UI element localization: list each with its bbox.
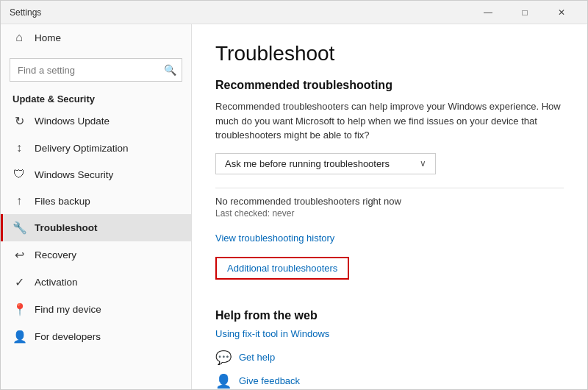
sidebar-item-activation[interactable]: ✓ Activation bbox=[1, 269, 191, 296]
sidebar-item-home-label: Home bbox=[35, 32, 61, 43]
get-help-link[interactable]: Get help bbox=[239, 352, 275, 363]
give-feedback-link[interactable]: Give feedback bbox=[239, 375, 300, 386]
sidebar-item-activation-label: Activation bbox=[35, 277, 78, 288]
divider bbox=[215, 188, 564, 188]
for-developers-icon: 👤 bbox=[12, 330, 26, 344]
main-content: Troubleshoot Recommended troubleshooting… bbox=[192, 24, 587, 389]
dropdown-label: Ask me before running troubleshooters bbox=[225, 158, 390, 169]
sidebar-search-container: 🔍 bbox=[10, 58, 182, 82]
windows-update-icon: ↻ bbox=[12, 114, 26, 128]
sidebar-item-for-developers-label: For developers bbox=[35, 331, 101, 342]
files-backup-icon: ↑ bbox=[12, 194, 26, 208]
view-history-link[interactable]: View troubleshooting history bbox=[215, 233, 334, 244]
sidebar-item-windows-update-label: Windows Update bbox=[35, 116, 110, 127]
sidebar-item-files-backup[interactable]: ↑ Files backup bbox=[1, 188, 191, 214]
recovery-icon: ↩ bbox=[12, 248, 26, 262]
content-area: ⌂ Home 🔍 Update & Security ↻ Windows Upd… bbox=[1, 24, 587, 389]
sidebar-item-windows-security[interactable]: 🛡 Windows Security bbox=[1, 161, 191, 188]
window-title: Settings bbox=[10, 7, 41, 18]
settings-window: Settings — □ ✕ ⌂ Home 🔍 Update & Securit… bbox=[0, 0, 588, 390]
titlebar: Settings — □ ✕ bbox=[1, 1, 587, 24]
search-icon: 🔍 bbox=[164, 64, 176, 76]
status-text: No recommended troubleshooters right now bbox=[215, 196, 564, 207]
troubleshoot-icon: 🔧 bbox=[12, 221, 26, 235]
sidebar: ⌂ Home 🔍 Update & Security ↻ Windows Upd… bbox=[1, 24, 192, 389]
sidebar-item-home[interactable]: ⌂ Home bbox=[1, 24, 191, 51]
delivery-optimization-icon: ↕ bbox=[12, 141, 26, 155]
give-feedback-item: 👤 Give feedback bbox=[215, 373, 564, 389]
minimize-button[interactable]: — bbox=[471, 1, 505, 24]
help-section-heading: Help from the web bbox=[215, 309, 564, 322]
recommended-section-desc: Recommended troubleshooters can help imp… bbox=[215, 99, 564, 143]
sidebar-item-troubleshoot[interactable]: 🔧 Troubleshoot bbox=[1, 214, 191, 241]
additional-troubleshooters-link[interactable]: Additional troubleshooters bbox=[215, 257, 349, 280]
sidebar-item-recovery-label: Recovery bbox=[35, 249, 76, 260]
find-my-device-icon: 📍 bbox=[12, 302, 26, 316]
sidebar-item-delivery-optimization-label: Delivery Optimization bbox=[35, 143, 129, 154]
recommended-section-heading: Recommended troubleshooting bbox=[215, 79, 564, 92]
activation-icon: ✓ bbox=[12, 275, 26, 289]
sidebar-item-windows-security-label: Windows Security bbox=[35, 169, 113, 180]
sidebar-item-for-developers[interactable]: 👤 For developers bbox=[1, 323, 191, 350]
web-help-link[interactable]: Using fix-it tool in Windows bbox=[215, 328, 564, 339]
search-input[interactable] bbox=[10, 58, 182, 82]
sidebar-section-header: Update & Security bbox=[1, 89, 191, 107]
last-checked-text: Last checked: never bbox=[215, 208, 564, 219]
chevron-down-icon: ∨ bbox=[420, 158, 426, 169]
close-button[interactable]: ✕ bbox=[545, 1, 578, 24]
give-feedback-icon: 👤 bbox=[215, 373, 232, 389]
get-help-icon: 💬 bbox=[215, 350, 232, 366]
sidebar-item-recovery[interactable]: ↩ Recovery bbox=[1, 241, 191, 269]
windows-security-icon: 🛡 bbox=[12, 168, 26, 181]
get-help-item: 💬 Get help bbox=[215, 350, 564, 366]
window-controls: — □ ✕ bbox=[471, 1, 578, 24]
sidebar-item-find-my-device-label: Find my device bbox=[35, 304, 101, 315]
troubleshooter-dropdown[interactable]: Ask me before running troubleshooters ∨ bbox=[215, 153, 436, 174]
page-title: Troubleshoot bbox=[215, 42, 564, 65]
home-icon: ⌂ bbox=[12, 31, 26, 44]
sidebar-item-files-backup-label: Files backup bbox=[35, 196, 90, 207]
sidebar-item-windows-update[interactable]: ↻ Windows Update bbox=[1, 107, 191, 135]
sidebar-item-find-my-device[interactable]: 📍 Find my device bbox=[1, 296, 191, 323]
maximize-button[interactable]: □ bbox=[508, 1, 542, 24]
sidebar-item-delivery-optimization[interactable]: ↕ Delivery Optimization bbox=[1, 135, 191, 161]
sidebar-item-troubleshoot-label: Troubleshoot bbox=[35, 222, 98, 233]
